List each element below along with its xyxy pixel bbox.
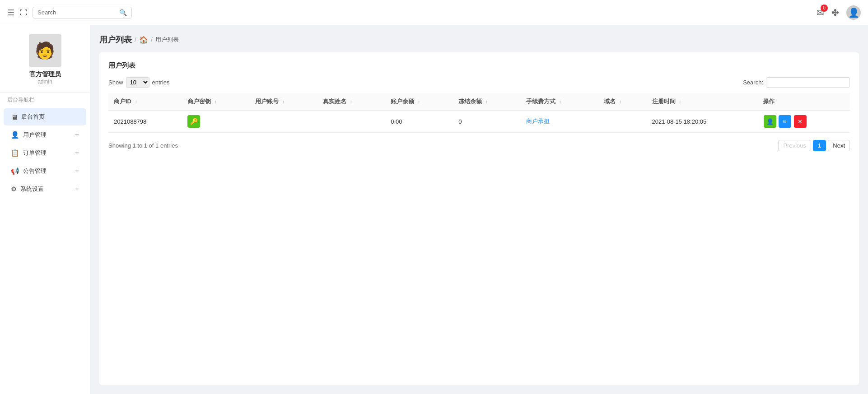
breadcrumb: 用户列表 / 🏠 / 用户列表 (99, 34, 859, 45)
cell-merchant-id: 2021088798 (108, 111, 182, 133)
breadcrumb-home-icon[interactable]: 🏠 (139, 36, 148, 44)
pagination-buttons: Previous 1 Next (778, 140, 850, 151)
entries-label: entries (152, 79, 170, 86)
sort-account[interactable]: ↕ (282, 99, 285, 104)
table-search-label: Search: (743, 79, 763, 86)
sidebar-item-announcements-label: 公告管理 (23, 167, 47, 175)
table-row: 2021088798 🔑 0.00 0 商户承担 2021-08-15 18:2… (108, 111, 850, 133)
search-icon[interactable]: 🔍 (119, 9, 127, 16)
col-frozen[interactable]: 冻结余额 ↕ (453, 93, 521, 111)
sidebar: 🧑 官方管理员 admin 后台导航栏 🖥 后台首页 👤 用户管理 + 📋 (0, 25, 90, 394)
sidebar-nav-label: 后台导航栏 (0, 92, 90, 107)
cell-fee-method: 商户承担 (521, 111, 598, 133)
cell-secret-key: 🔑 (182, 111, 250, 133)
col-secret-key[interactable]: 商户密钥 ↕ (182, 93, 250, 111)
breadcrumb-current: 用户列表 (155, 36, 179, 44)
breadcrumb-sep2: / (151, 36, 153, 43)
pagination-info: Showing 1 to 1 of 1 entries (108, 142, 178, 149)
apps-icon[interactable]: ✤ (831, 7, 839, 18)
table-header-row: 商户ID ↕ 商户密钥 ↕ 用户账号 ↕ 真实姓名 (108, 93, 850, 111)
topbar-right: ✉ 0 ✤ 👤 (817, 5, 861, 20)
settings-icon: ⚙ (11, 185, 17, 193)
action-edit-button[interactable]: ✏ (779, 115, 791, 128)
cell-domain (598, 111, 646, 133)
table-controls: Show 10 25 50 100 entries Search: (108, 77, 850, 88)
action-delete-button[interactable]: ✕ (794, 115, 807, 128)
per-page-select[interactable]: 10 25 50 100 (126, 77, 149, 88)
fee-method-link[interactable]: 商户承担 (526, 118, 550, 125)
topbar: ☰ ⛶ 🔍 ✉ 0 ✤ 👤 (0, 0, 868, 25)
main-content: 用户列表 / 🏠 / 用户列表 用户列表 Show 10 25 50 100 (90, 25, 868, 394)
layout: 🧑 官方管理员 admin 后台导航栏 🖥 后台首页 👤 用户管理 + 📋 (0, 25, 868, 394)
sidebar-item-users-label: 用户管理 (23, 131, 47, 139)
sort-frozen[interactable]: ↕ (485, 99, 488, 104)
sidebar-item-home-label: 后台首页 (21, 113, 45, 121)
home-icon: 🖥 (11, 113, 18, 121)
sort-fee-method[interactable]: ↕ (559, 99, 561, 104)
previous-button[interactable]: Previous (778, 140, 811, 151)
sidebar-item-orders[interactable]: 📋 订单管理 + (4, 144, 86, 162)
sidebar-name: 官方管理员 (29, 70, 61, 79)
orders-expand-icon[interactable]: + (75, 149, 79, 157)
next-button[interactable]: Next (828, 140, 850, 151)
sidebar-item-settings[interactable]: ⚙ 系统设置 + (4, 181, 86, 198)
user-table: 商户ID ↕ 商户密钥 ↕ 用户账号 ↕ 真实姓名 (108, 93, 850, 133)
orders-icon: 📋 (11, 149, 19, 157)
users-expand-icon[interactable]: + (75, 131, 79, 139)
expand-icon[interactable]: ⛶ (20, 9, 27, 17)
hamburger-icon[interactable]: ☰ (7, 8, 14, 18)
sort-balance[interactable]: ↕ (418, 99, 420, 104)
sort-real-name[interactable]: ↕ (350, 99, 352, 104)
sidebar-item-users[interactable]: 👤 用户管理 + (4, 126, 86, 144)
table-search: Search: (743, 77, 850, 88)
cell-action: 👤 ✏ ✕ (757, 111, 850, 133)
col-action: 操作 (757, 93, 850, 111)
col-merchant-id[interactable]: 商户ID ↕ (108, 93, 182, 111)
page-title: 用户列表 (99, 34, 132, 45)
mail-button[interactable]: ✉ 0 (817, 7, 824, 18)
settings-expand-icon[interactable]: + (75, 185, 79, 193)
card-title: 用户列表 (108, 61, 850, 70)
sidebar-item-announcements[interactable]: 📢 公告管理 + (4, 162, 86, 180)
cell-account (250, 111, 317, 133)
sidebar-menu: 🖥 后台首页 👤 用户管理 + 📋 订单管理 + (0, 107, 90, 199)
col-domain[interactable]: 域名 ↕ (598, 93, 646, 111)
action-view-button[interactable]: 👤 (764, 115, 776, 128)
pagination: Showing 1 to 1 of 1 entries Previous 1 N… (108, 140, 850, 151)
col-real-name[interactable]: 真实姓名 ↕ (317, 93, 385, 111)
cell-balance: 0.00 (385, 111, 453, 133)
col-reg-time[interactable]: 注册时间 ↕ (647, 93, 757, 111)
avatar[interactable]: 👤 (846, 5, 861, 20)
search-input[interactable] (37, 9, 119, 16)
sidebar-avatar: 🧑 (29, 34, 61, 67)
secret-key-button[interactable]: 🔑 (187, 115, 200, 128)
breadcrumb-sep1: / (135, 36, 136, 43)
users-icon: 👤 (11, 131, 19, 139)
table-search-input[interactable] (766, 77, 850, 88)
show-entries: Show 10 25 50 100 entries (108, 77, 170, 88)
announcements-icon: 📢 (11, 167, 19, 175)
user-list-card: 用户列表 Show 10 25 50 100 entries Search: (99, 52, 859, 385)
topbar-left: ☰ ⛶ 🔍 (7, 7, 132, 19)
page-1-button[interactable]: 1 (813, 140, 826, 151)
sort-secret-key[interactable]: ↕ (215, 99, 217, 104)
announcements-expand-icon[interactable]: + (75, 167, 79, 175)
sidebar-role: admin (37, 79, 52, 85)
sidebar-item-orders-label: 订单管理 (23, 149, 47, 157)
cell-real-name (317, 111, 385, 133)
cell-frozen: 0 (453, 111, 521, 133)
col-account[interactable]: 用户账号 ↕ (250, 93, 317, 111)
col-balance[interactable]: 账户余额 ↕ (385, 93, 453, 111)
sort-domain[interactable]: ↕ (619, 99, 621, 104)
show-label: Show (108, 79, 123, 86)
search-box: 🔍 (33, 7, 132, 19)
sort-merchant-id[interactable]: ↕ (135, 99, 137, 104)
cell-reg-time: 2021-08-15 18:20:05 (647, 111, 757, 133)
mail-badge: 0 (821, 5, 828, 12)
sidebar-item-home[interactable]: 🖥 后台首页 (4, 108, 86, 125)
sort-reg-time[interactable]: ↕ (679, 99, 681, 104)
col-fee-method[interactable]: 手续费方式 ↕ (521, 93, 598, 111)
sidebar-item-settings-label: 系统设置 (20, 185, 44, 193)
